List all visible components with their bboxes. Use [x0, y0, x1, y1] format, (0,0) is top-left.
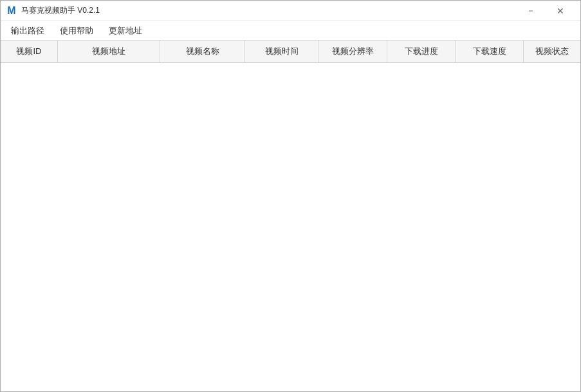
title-bar: M 马赛克视频助手 V0.2.1 － ✕ — [1, 1, 580, 21]
table-header-col-name: 视频名称 — [160, 40, 245, 63]
minimize-button[interactable]: － — [516, 1, 546, 21]
table-header-col-res: 视频分辨率 — [319, 40, 387, 63]
title-bar-controls: － ✕ — [516, 1, 575, 21]
main-window: M 马赛克视频助手 V0.2.1 － ✕ 输出路径使用帮助更新地址 视频ID视频… — [0, 0, 581, 392]
table-header-col-url: 视频地址 — [57, 40, 160, 63]
app-icon: M — [6, 5, 17, 17]
table-header-col-id: 视频ID — [1, 40, 57, 63]
menu-item-输出路径[interactable]: 输出路径 — [3, 22, 52, 39]
close-button[interactable]: ✕ — [546, 1, 575, 21]
app-title: 马赛克视频助手 V0.2.1 — [21, 5, 100, 16]
table-container: 视频ID视频地址视频名称视频时间视频分辨率下载进度下载速度视频状态 — [1, 40, 580, 391]
table-header-col-time: 视频时间 — [245, 40, 319, 63]
table-header-row: 视频ID视频地址视频名称视频时间视频分辨率下载进度下载速度视频状态 — [1, 40, 580, 63]
menu-item-使用帮助[interactable]: 使用帮助 — [52, 22, 101, 39]
menu-bar: 输出路径使用帮助更新地址 — [1, 21, 580, 40]
table-header-col-speed: 下载速度 — [456, 40, 524, 63]
menu-item-更新地址[interactable]: 更新地址 — [101, 22, 150, 39]
table-header-col-status: 视频状态 — [524, 40, 580, 63]
title-bar-left: M 马赛克视频助手 V0.2.1 — [6, 5, 100, 17]
table-header-col-progress: 下载进度 — [387, 40, 456, 63]
video-table: 视频ID视频地址视频名称视频时间视频分辨率下载进度下载速度视频状态 — [1, 40, 580, 63]
